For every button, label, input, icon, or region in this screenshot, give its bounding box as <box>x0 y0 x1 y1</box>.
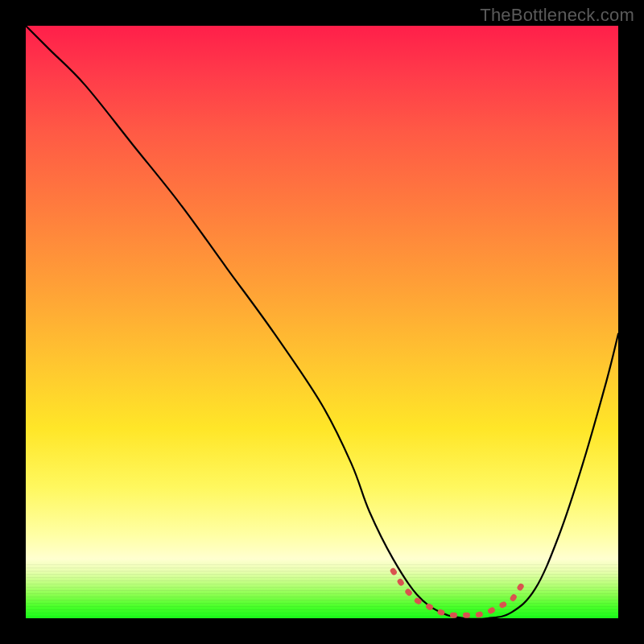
watermark-text: TheBottleneck.com <box>480 5 634 26</box>
gradient-banding <box>26 562 618 618</box>
curve-layer <box>26 26 618 618</box>
bottleneck-curve <box>26 26 618 618</box>
chart-canvas: TheBottleneck.com <box>0 0 644 644</box>
plot-area <box>26 26 618 618</box>
optimal-range-markers <box>393 571 523 615</box>
